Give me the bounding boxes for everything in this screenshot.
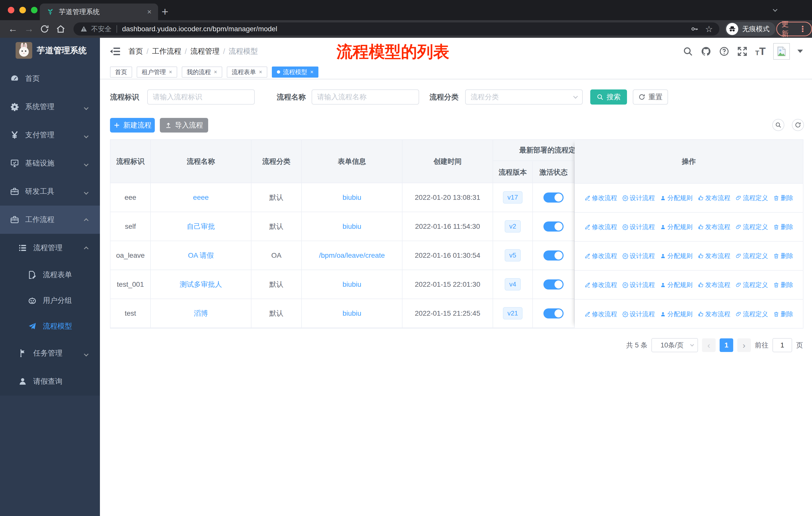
tag-close-icon[interactable]: ×: [169, 69, 172, 75]
process-name-link[interactable]: 滔博: [194, 309, 208, 318]
sidebar-item-system[interactable]: 系统管理: [0, 93, 100, 121]
action-delete[interactable]: 删除: [773, 194, 793, 202]
sidebar-item-process-model[interactable]: 流程模型: [0, 314, 100, 339]
reload-button[interactable]: [40, 24, 49, 34]
breadcrumb-item[interactable]: 首页: [128, 46, 143, 56]
action-edit[interactable]: 修改流程: [584, 310, 617, 318]
tag-home[interactable]: 首页: [110, 66, 132, 78]
action-assign-rule[interactable]: 分配规则: [660, 281, 693, 289]
tag-tenant[interactable]: 租户管理×: [137, 66, 177, 78]
action-assign-rule[interactable]: 分配规则: [660, 252, 693, 260]
action-publish[interactable]: 发布流程: [698, 310, 730, 318]
filter-key-input[interactable]: [147, 89, 255, 105]
reset-button[interactable]: 重置: [633, 89, 668, 105]
import-process-button[interactable]: 导入流程: [160, 118, 208, 133]
action-edit[interactable]: 修改流程: [584, 281, 617, 289]
action-edit[interactable]: 修改流程: [584, 252, 617, 260]
process-name-link[interactable]: 自己审批: [187, 222, 215, 231]
sidebar-item-process-form[interactable]: 流程表单: [0, 262, 100, 288]
sidebar-item-workflow[interactable]: 工作流程: [0, 206, 100, 234]
tag-close-icon[interactable]: ×: [310, 69, 314, 75]
back-button[interactable]: ←: [8, 23, 18, 34]
home-button[interactable]: [56, 24, 65, 34]
tag-close-icon[interactable]: ×: [214, 69, 217, 75]
activation-toggle[interactable]: [544, 221, 563, 232]
window-zoom-button[interactable]: [31, 7, 37, 13]
breadcrumb-item[interactable]: 流程管理: [190, 46, 220, 56]
browser-tab[interactable]: 芋道管理系统 ×: [40, 3, 158, 20]
form-link[interactable]: /bpm/oa/leave/create: [319, 251, 385, 260]
sidebar-item-infra[interactable]: 基础设施: [0, 149, 100, 178]
action-design[interactable]: 设计流程: [622, 281, 655, 289]
sidebar-item-devtool[interactable]: 研发工具: [0, 178, 100, 206]
sidebar-fold-icon[interactable]: [110, 46, 120, 56]
user-avatar[interactable]: [773, 43, 790, 60]
goto-page-input[interactable]: [773, 338, 792, 352]
action-design[interactable]: 设计流程: [622, 310, 655, 318]
action-edit[interactable]: 修改流程: [584, 194, 617, 202]
activation-toggle[interactable]: [544, 308, 563, 319]
form-link[interactable]: biubiu: [343, 280, 361, 289]
action-assign-rule[interactable]: 分配规则: [660, 310, 693, 318]
form-link[interactable]: biubiu: [343, 309, 361, 318]
action-assign-rule[interactable]: 分配规则: [660, 223, 693, 231]
fullscreen-icon[interactable]: [737, 46, 748, 57]
sidebar-item-payment[interactable]: 支付管理: [0, 121, 100, 149]
process-name-link[interactable]: eeee: [193, 193, 209, 201]
activation-toggle[interactable]: [544, 279, 563, 290]
address-bar[interactable]: 不安全 dashboard.yudao.iocoder.cn/bpm/manag…: [74, 22, 719, 35]
tag-close-icon[interactable]: ×: [259, 69, 262, 75]
page-1-button[interactable]: 1: [720, 338, 733, 352]
search-button[interactable]: 搜索: [590, 89, 627, 105]
process-name-link[interactable]: 测试多审批人: [180, 280, 222, 289]
action-edit[interactable]: 修改流程: [584, 223, 617, 231]
breadcrumb-item[interactable]: 工作流程: [152, 46, 181, 56]
sidebar-item-task-mgmt[interactable]: 任务管理: [0, 339, 100, 368]
tag-my-process[interactable]: 我的流程×: [182, 66, 222, 78]
action-design[interactable]: 设计流程: [622, 252, 655, 260]
sidebar-item-leave-query[interactable]: 请假查询: [0, 368, 100, 396]
action-delete[interactable]: 删除: [773, 223, 793, 231]
window-close-button[interactable]: [8, 7, 14, 13]
create-process-button[interactable]: 新建流程: [110, 118, 155, 133]
tag-process-model-active[interactable]: 流程模型×: [272, 66, 319, 78]
action-delete[interactable]: 删除: [773, 310, 793, 318]
action-publish[interactable]: 发布流程: [698, 223, 730, 231]
bookmark-star-icon[interactable]: ☆: [705, 25, 713, 33]
action-publish[interactable]: 发布流程: [698, 194, 730, 202]
tabstrip-chevron-icon[interactable]: [774, 7, 777, 12]
tag-process-form[interactable]: 流程表单×: [227, 66, 267, 78]
sidebar-item-user-group[interactable]: 用户分组: [0, 288, 100, 314]
action-publish[interactable]: 发布流程: [698, 281, 730, 289]
next-page-button[interactable]: ›: [737, 338, 751, 352]
activation-toggle[interactable]: [544, 192, 563, 202]
filter-category-select[interactable]: 流程分类: [465, 89, 583, 105]
action-design[interactable]: 设计流程: [622, 194, 655, 202]
sidebar-item-home[interactable]: 首页: [0, 64, 100, 93]
github-icon[interactable]: [701, 46, 711, 57]
sidebar-item-process-mgmt[interactable]: 流程管理: [0, 234, 100, 262]
new-tab-button[interactable]: +: [162, 4, 168, 19]
action-definition[interactable]: 流程定义: [735, 223, 768, 231]
window-minimize-button[interactable]: [19, 7, 26, 13]
form-link[interactable]: biubiu: [343, 193, 361, 201]
action-design[interactable]: 设计流程: [622, 223, 655, 231]
font-size-icon[interactable]: TT: [755, 47, 766, 56]
form-link[interactable]: biubiu: [343, 222, 361, 230]
avatar-caret-icon[interactable]: [798, 50, 803, 56]
password-key-icon[interactable]: [691, 25, 699, 33]
action-assign-rule[interactable]: 分配规则: [660, 194, 693, 202]
action-delete[interactable]: 删除: [773, 252, 793, 260]
tab-close-icon[interactable]: ×: [147, 7, 151, 16]
table-refresh-button[interactable]: [792, 119, 804, 131]
search-icon[interactable]: [683, 46, 693, 57]
activation-toggle[interactable]: [544, 250, 563, 261]
page-size-select[interactable]: 10条/页: [651, 338, 698, 352]
prev-page-button[interactable]: ‹: [702, 338, 716, 352]
action-publish[interactable]: 发布流程: [698, 252, 730, 260]
action-definition[interactable]: 流程定义: [735, 281, 768, 289]
filter-name-input[interactable]: [312, 89, 419, 105]
action-delete[interactable]: 删除: [773, 281, 793, 289]
action-definition[interactable]: 流程定义: [735, 310, 768, 318]
table-search-button[interactable]: [772, 119, 784, 131]
